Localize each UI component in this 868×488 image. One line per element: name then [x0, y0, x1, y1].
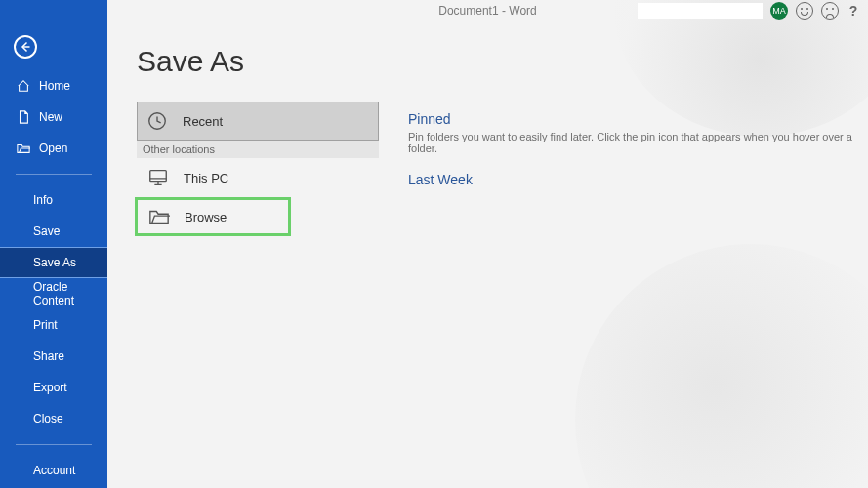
new-doc-icon — [16, 109, 31, 125]
back-button[interactable] — [14, 35, 37, 59]
main-area: Document1 - Word MA ? Save As Recent Oth… — [107, 0, 868, 488]
avatar[interactable]: MA — [770, 2, 788, 20]
folders-column: Pinned Pin folders you want to easily fi… — [379, 21, 868, 488]
sidebar-item-save[interactable]: Save — [0, 216, 107, 247]
document-title: Document1 - Word — [438, 4, 536, 18]
feedback-frown-icon[interactable] — [821, 2, 839, 20]
browse-folder-icon — [147, 205, 171, 228]
pinned-section-title: Pinned — [408, 111, 868, 127]
sidebar-item-share[interactable]: Share — [0, 341, 107, 372]
location-label-recent: Recent — [183, 114, 223, 129]
sidebar-label-share: Share — [33, 349, 64, 363]
lastweek-section-title: Last Week — [408, 172, 868, 187]
sidebar-label-oracle: Oracle Content — [33, 280, 107, 307]
sidebar-divider — [16, 444, 92, 445]
topbar: Document1 - Word MA ? — [107, 0, 868, 21]
sidebar-item-close[interactable]: Close — [0, 403, 107, 434]
sidebar-item-oracle[interactable]: Oracle Content — [0, 278, 107, 309]
page-title: Save As — [137, 45, 379, 78]
sidebar-label-new: New — [39, 110, 62, 124]
pinned-section-text: Pin folders you want to easily find late… — [408, 131, 868, 154]
sidebar-label-save: Save — [33, 224, 60, 238]
sidebar-label-home: Home — [39, 79, 70, 93]
home-icon — [16, 78, 31, 94]
sidebar-item-new[interactable]: New — [0, 102, 107, 133]
sidebar-item-open[interactable]: Open — [0, 133, 107, 164]
sidebar-label-info: Info — [33, 193, 53, 207]
sidebar-item-save-as[interactable]: Save As — [0, 247, 107, 278]
help-button[interactable]: ? — [847, 3, 860, 19]
sidebar-item-account[interactable]: Account — [0, 455, 107, 486]
sidebar-label-export: Export — [33, 381, 67, 394]
locations-column: Save As Recent Other locations This PC — [107, 21, 379, 488]
this-pc-icon — [146, 166, 170, 189]
sidebar-divider — [16, 174, 92, 175]
location-label-thispc: This PC — [184, 171, 228, 185]
sidebar-label-close: Close — [33, 412, 63, 426]
sidebar-label-print: Print — [33, 318, 58, 332]
sidebar-label-save-as: Save As — [33, 256, 76, 269]
open-folder-icon — [16, 141, 31, 156]
sidebar-item-print[interactable]: Print — [0, 309, 107, 341]
search-input[interactable] — [638, 3, 763, 19]
sidebar-label-account: Account — [33, 464, 75, 477]
location-label-browse: Browse — [185, 210, 227, 224]
feedback-smile-icon[interactable] — [796, 2, 813, 20]
sidebar-item-info[interactable]: Info — [0, 184, 107, 216]
location-browse[interactable]: Browse — [135, 197, 291, 236]
location-this-pc[interactable]: This PC — [137, 158, 379, 197]
sidebar-item-export[interactable]: Export — [0, 372, 107, 403]
locations-subheader: Other locations — [137, 141, 379, 158]
sidebar-item-home[interactable]: Home — [0, 70, 107, 102]
svg-rect-1 — [150, 171, 167, 182]
location-recent[interactable]: Recent — [137, 102, 379, 141]
sidebar-label-open: Open — [39, 142, 67, 155]
back-arrow-icon — [20, 41, 31, 53]
clock-icon — [145, 109, 169, 133]
backstage-sidebar: Home New Open Info Save Save As Oracle C… — [0, 0, 107, 488]
